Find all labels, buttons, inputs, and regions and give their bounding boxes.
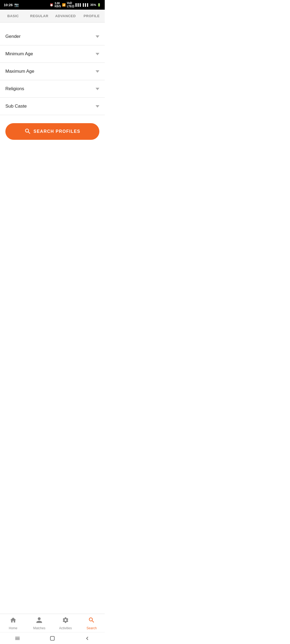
search-button-container: SEARCH PROFILES [0,115,105,148]
sub-caste-label: Sub Caste [5,104,27,109]
gender-dropdown[interactable]: Gender [0,28,105,45]
speed-indicator: 3.00KB/S [55,2,61,8]
battery: 35% [90,3,96,6]
signal-icon: ▌▌▌ [75,3,82,6]
main-content: Gender Minimum Age Maximum Age Religions… [0,23,105,255]
sub-caste-chevron-icon [96,105,99,108]
signal2-icon: ▌▌▌ [83,3,89,6]
search-profiles-button[interactable]: SEARCH PROFILES [5,123,99,140]
tab-profile[interactable]: PROFILE [79,10,105,22]
status-bar: 10:26 📷 ⏰ 3.00KB/S 📶 VoDLTE⓪ ▌▌▌ ▌▌▌ 35%… [0,0,105,10]
religions-dropdown[interactable]: Religions [0,80,105,98]
religions-label: Religions [5,86,24,92]
min-age-dropdown[interactable]: Minimum Age [0,45,105,63]
gender-label: Gender [5,34,21,39]
wifi-icon: 📶 [62,3,66,7]
tab-regular[interactable]: REGULAR [26,10,53,22]
battery-icon: 🔋 [97,3,101,7]
tab-advanced[interactable]: ADVANCED [52,10,79,22]
lte-icon: VoDLTE⓪ [67,2,74,8]
max-age-label: Maximum Age [5,69,34,74]
gender-chevron-icon [96,35,99,38]
search-profiles-icon [24,128,30,135]
empty-space [0,148,105,255]
max-age-chevron-icon [96,70,99,73]
min-age-label: Minimum Age [5,51,33,57]
alarm-icon: ⏰ [50,3,53,7]
time: 10:26 [4,3,13,7]
tab-basic[interactable]: BASIC [0,10,26,22]
search-profiles-label: SEARCH PROFILES [34,129,81,134]
sub-caste-dropdown[interactable]: Sub Caste [0,98,105,115]
min-age-chevron-icon [96,53,99,55]
religions-chevron-icon [96,88,99,90]
instagram-icon: 📷 [14,3,19,7]
tab-navigation: BASIC REGULAR ADVANCED PROFILE [0,10,105,23]
svg-line-1 [28,132,30,133]
status-left: 10:26 📷 [4,3,19,7]
status-right: ⏰ 3.00KB/S 📶 VoDLTE⓪ ▌▌▌ ▌▌▌ 35% 🔋 [50,2,101,8]
max-age-dropdown[interactable]: Maximum Age [0,63,105,80]
